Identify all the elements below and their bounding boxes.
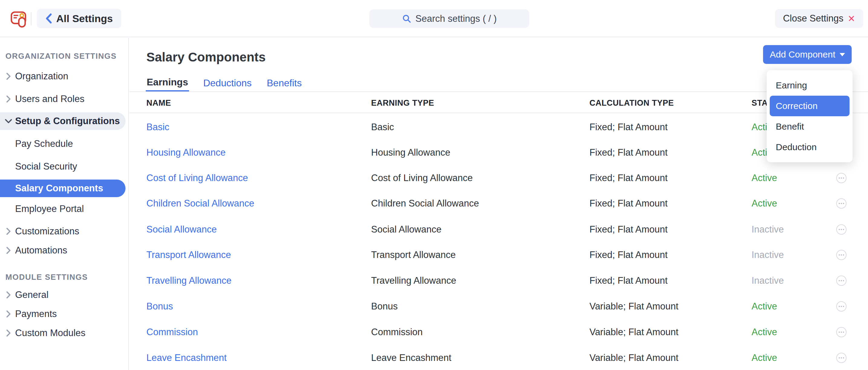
column-header-calculation-type: CALCULATION TYPE xyxy=(589,98,674,108)
component-name-link[interactable]: Travelling Allowance xyxy=(146,272,231,290)
page-title: Salary Components xyxy=(146,50,266,64)
topbar-divider xyxy=(31,12,31,25)
chevron-down-icon xyxy=(4,119,12,123)
close-settings-button[interactable]: Close Settings ✕ xyxy=(775,9,863,28)
search-settings-input[interactable]: Search settings ( / ) xyxy=(369,9,529,28)
status-cell: Active xyxy=(751,169,777,187)
sidebar-item-label: General xyxy=(15,289,49,301)
table-row: Basic Basic Fixed; Flat Amount Active xyxy=(129,118,868,136)
tab-earnings[interactable]: Earnings xyxy=(146,74,189,92)
row-actions-button[interactable] xyxy=(836,301,846,312)
sidebar-item-label: Custom Modules xyxy=(15,328,86,339)
calculation-type-cell: Fixed; Flat Amount xyxy=(589,246,668,264)
table-row: Social Allowance Social Allowance Fixed;… xyxy=(129,221,868,238)
calculation-type-cell: Variable; Flat Amount xyxy=(589,349,678,367)
calculation-type-cell: Fixed; Flat Amount xyxy=(589,118,668,136)
chevron-right-icon xyxy=(6,329,11,337)
calculation-type-cell: Fixed; Flat Amount xyxy=(589,272,668,290)
tabs-divider xyxy=(129,91,868,92)
sidebar-item-label: Pay Schedule xyxy=(15,138,73,149)
calculation-type-cell: Variable; Flat Amount xyxy=(589,297,678,315)
close-x-icon: ✕ xyxy=(848,13,855,24)
salary-components-panel: Salary Components Add Component Earnings… xyxy=(129,38,868,370)
status-cell: Inactive xyxy=(751,246,784,264)
earning-type-cell: Commission xyxy=(371,323,423,341)
component-name-link[interactable]: Cost of Living Allowance xyxy=(146,169,248,187)
component-type-tabs: Earnings Deductions Benefits xyxy=(146,74,303,92)
calculation-type-cell: Fixed; Flat Amount xyxy=(589,144,668,162)
sidebar-item-customizations[interactable]: Customizations xyxy=(0,223,125,240)
sidebar-item-label: Payments xyxy=(15,309,57,319)
caret-down-icon xyxy=(840,53,845,56)
row-actions-button[interactable] xyxy=(836,353,846,363)
calculation-type-cell: Fixed; Flat Amount xyxy=(589,194,668,212)
menu-item-deduction[interactable]: Deduction xyxy=(767,137,852,158)
app-logo-icon[interactable] xyxy=(9,9,28,28)
status-cell: Active xyxy=(751,297,777,315)
component-name-link[interactable]: Basic xyxy=(146,118,169,136)
sidebar-item-payments[interactable]: Payments xyxy=(0,305,125,323)
sidebar-item-label: Organization xyxy=(15,71,68,82)
component-name-link[interactable]: Housing Allowance xyxy=(146,144,226,162)
status-cell: Active xyxy=(751,349,777,367)
component-name-link[interactable]: Transport Allowance xyxy=(146,246,231,264)
status-cell: Active xyxy=(751,194,777,212)
component-name-link[interactable]: Leave Encashment xyxy=(146,349,226,367)
row-actions-button[interactable] xyxy=(836,250,846,260)
calculation-type-cell: Fixed; Flat Amount xyxy=(589,169,668,187)
sidebar-item-general[interactable]: General xyxy=(0,286,125,304)
search-icon xyxy=(402,14,412,24)
add-component-label: Add Component xyxy=(770,49,835,60)
menu-item-earning[interactable]: Earning xyxy=(767,75,852,96)
menu-item-correction[interactable]: Correction xyxy=(770,96,849,116)
sidebar-item-label: Automations xyxy=(15,245,67,256)
sidebar-item-organization[interactable]: Organization xyxy=(0,67,125,85)
sidebar-item-salary-components[interactable]: Salary Components xyxy=(0,179,125,197)
row-actions-button[interactable] xyxy=(836,173,846,183)
component-name-link[interactable]: Social Allowance xyxy=(146,221,217,238)
tab-benefits[interactable]: Benefits xyxy=(266,74,303,92)
status-cell: Inactive xyxy=(751,221,784,238)
earning-type-cell: Social Allowance xyxy=(371,221,441,238)
component-name-link[interactable]: Bonus xyxy=(146,297,173,315)
sidebar-item-users-and-roles[interactable]: Users and Roles xyxy=(0,90,125,108)
earning-type-cell: Children Social Allowance xyxy=(371,194,479,212)
back-button-label: All Settings xyxy=(56,13,113,25)
search-placeholder: Search settings ( / ) xyxy=(415,13,497,24)
calculation-type-cell: Variable; Flat Amount xyxy=(589,323,678,341)
earning-type-cell: Leave Encashment xyxy=(371,349,451,367)
all-settings-back-button[interactable]: All Settings xyxy=(37,9,121,28)
row-actions-button[interactable] xyxy=(836,276,846,286)
sidebar-item-label: Setup & Configurations xyxy=(15,116,120,126)
menu-item-benefit[interactable]: Benefit xyxy=(767,116,852,137)
status-cell: Active xyxy=(751,323,777,341)
settings-sidebar: ORGANIZATION SETTINGS Organization Users… xyxy=(0,38,129,370)
chevron-right-icon xyxy=(6,73,11,80)
row-actions-button[interactable] xyxy=(836,198,846,209)
sidebar-item-setup-configurations[interactable]: Setup & Configurations xyxy=(0,112,125,130)
earning-type-cell: Basic xyxy=(371,118,394,136)
close-settings-label: Close Settings xyxy=(783,13,843,24)
component-name-link[interactable]: Children Social Allowance xyxy=(146,194,254,212)
component-name-link[interactable]: Commission xyxy=(146,323,198,341)
tab-deductions[interactable]: Deductions xyxy=(202,74,252,92)
row-actions-button[interactable] xyxy=(836,224,846,235)
table-row: Commission Commission Variable; Flat Amo… xyxy=(129,323,868,341)
status-cell: Inactive xyxy=(751,272,784,290)
add-component-button[interactable]: Add Component xyxy=(763,45,852,64)
table-row: Bonus Bonus Variable; Flat Amount Active xyxy=(129,297,868,315)
table-row: Leave Encashment Leave Encashment Variab… xyxy=(129,349,868,367)
sidebar-item-label: Customizations xyxy=(15,226,79,237)
row-actions-button[interactable] xyxy=(836,327,846,337)
column-header-earning-type: EARNING TYPE xyxy=(371,98,434,108)
table-row: Transport Allowance Transport Allowance … xyxy=(129,246,868,264)
sidebar-item-employee-portal[interactable]: Employee Portal xyxy=(0,200,125,218)
sidebar-item-custom-modules[interactable]: Custom Modules xyxy=(0,324,125,342)
top-bar: All Settings Search settings ( / ) Close… xyxy=(0,0,868,37)
sidebar-item-automations[interactable]: Automations xyxy=(0,241,125,259)
add-component-menu: Earning Correction Benefit Deduction xyxy=(767,70,852,162)
chevron-right-icon xyxy=(6,227,11,235)
earning-type-cell: Transport Allowance xyxy=(371,246,456,264)
sidebar-item-social-security[interactable]: Social Security xyxy=(0,158,125,175)
sidebar-item-pay-schedule[interactable]: Pay Schedule xyxy=(0,135,125,152)
